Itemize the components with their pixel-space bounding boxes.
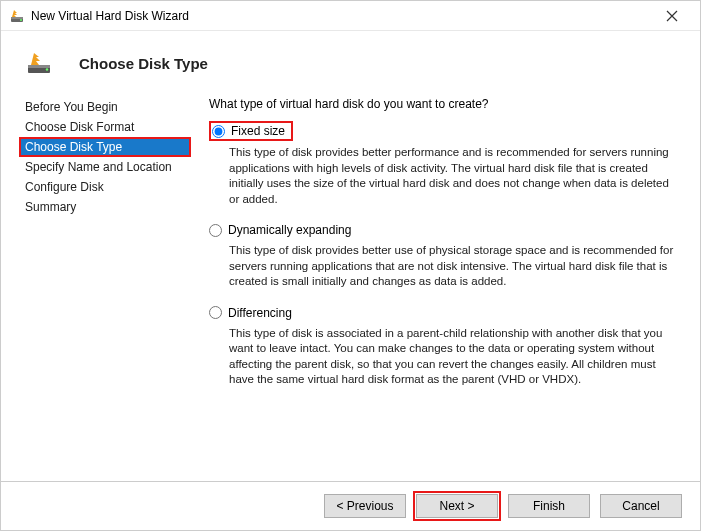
radio-fixed-size[interactable] [212, 125, 225, 138]
step-choose-disk-format[interactable]: Choose Disk Format [19, 117, 191, 137]
prompt-text: What type of virtual hard disk do you wa… [209, 97, 682, 111]
label-fixed-size[interactable]: Fixed size [231, 124, 285, 138]
radio-dynamic[interactable] [209, 224, 222, 237]
wizard-icon [9, 8, 25, 24]
step-before-you-begin[interactable]: Before You Begin [19, 97, 191, 117]
wizard-icon-large [25, 51, 53, 75]
window-title: New Virtual Hard Disk Wizard [31, 9, 652, 23]
desc-fixed-size: This type of disk provides better perfor… [229, 145, 679, 207]
svg-point-5 [46, 68, 48, 70]
step-specify-name-location[interactable]: Specify Name and Location [19, 157, 191, 177]
close-button[interactable] [652, 2, 692, 30]
next-button[interactable]: Next > [416, 494, 498, 518]
svg-rect-1 [11, 17, 23, 19]
close-icon [666, 10, 678, 22]
option-dynamic: Dynamically expanding This type of disk … [209, 221, 682, 290]
wizard-footer: < Previous Next > Finish Cancel [1, 481, 700, 530]
option-differencing-head[interactable]: Differencing [209, 304, 682, 322]
desc-differencing: This type of disk is associated in a par… [229, 326, 679, 388]
svg-point-2 [20, 19, 22, 21]
main-panel: What type of virtual hard disk do you wa… [209, 97, 682, 481]
previous-button[interactable]: < Previous [324, 494, 406, 518]
option-differencing: Differencing This type of disk is associ… [209, 304, 682, 388]
step-configure-disk[interactable]: Configure Disk [19, 177, 191, 197]
step-choose-disk-type[interactable]: Choose Disk Type [19, 137, 191, 157]
label-dynamic[interactable]: Dynamically expanding [228, 223, 351, 237]
page-title: Choose Disk Type [79, 55, 208, 72]
option-dynamic-head[interactable]: Dynamically expanding [209, 221, 682, 239]
cancel-button[interactable]: Cancel [600, 494, 682, 518]
wizard-steps-sidebar: Before You Begin Choose Disk Format Choo… [19, 97, 191, 481]
svg-rect-4 [28, 65, 50, 68]
option-fixed-size: Fixed size This type of disk provides be… [209, 121, 682, 207]
finish-button[interactable]: Finish [508, 494, 590, 518]
desc-dynamic: This type of disk provides better use of… [229, 243, 679, 290]
wizard-header: Choose Disk Type [1, 31, 700, 95]
label-differencing[interactable]: Differencing [228, 306, 292, 320]
titlebar: New Virtual Hard Disk Wizard [1, 1, 700, 31]
option-fixed-size-head[interactable]: Fixed size [209, 121, 293, 141]
radio-differencing[interactable] [209, 306, 222, 319]
step-summary[interactable]: Summary [19, 197, 191, 217]
content-area: Before You Begin Choose Disk Format Choo… [1, 95, 700, 481]
